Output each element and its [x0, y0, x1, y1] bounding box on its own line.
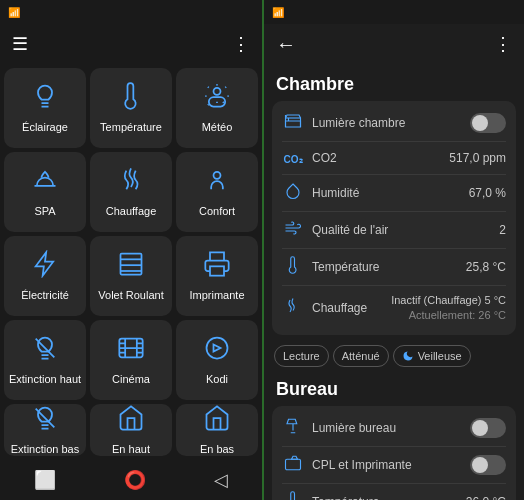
imprimante-icon [203, 250, 231, 285]
volet-label: Volet Roulant [98, 289, 163, 302]
eclairage-label: Éclairage [22, 121, 68, 134]
lumiere_chambre-toggle[interactable] [470, 113, 506, 133]
svg-point-9 [207, 337, 228, 358]
grid-item-spa[interactable]: SPA [4, 152, 86, 232]
cpl-label: CPL et Imprimante [312, 458, 462, 472]
co2-value: 517,0 ppm [449, 151, 506, 165]
kodi-icon [203, 334, 231, 369]
cinema-icon [117, 334, 145, 369]
grid-item-en_bas[interactable]: En bas [176, 404, 258, 456]
scene-btn-lecture[interactable]: Lecture [274, 345, 329, 367]
temperature-icon [117, 82, 145, 117]
back-button[interactable]: ← [276, 33, 296, 56]
bottom-nav-left: ⬜ ⭕ ◁ [0, 460, 262, 500]
row-temp_bureau: Température26,0 °C [282, 484, 506, 500]
menu-icon[interactable]: ☰ [12, 33, 28, 55]
scene-btn-veilleuse[interactable]: Veilleuse [393, 345, 471, 367]
imprimante-label: Imprimante [189, 289, 244, 302]
humidite-label: Humidité [312, 186, 461, 200]
left-panel: 📶 ☰ ⋮ Éclairage Température Météo SPA Ch… [0, 0, 262, 500]
kodi-label: Kodi [206, 373, 228, 386]
bed-icon [282, 112, 304, 134]
confort-icon [203, 166, 231, 201]
en_bas-label: En bas [200, 443, 234, 456]
grid-item-volet[interactable]: Volet Roulant [90, 236, 172, 316]
en_bas-icon [203, 404, 231, 439]
scroll-content[interactable]: ChambreLumière chambreCO₂CO2517,0 ppmHum… [264, 64, 524, 500]
spa-label: SPA [34, 205, 55, 218]
humidite-value: 67,0 % [469, 186, 506, 200]
cpl-toggle[interactable] [470, 455, 506, 475]
temp_bureau-value: 26,0 °C [466, 495, 506, 500]
grid-item-chauffage[interactable]: Chauffage [90, 152, 172, 232]
section-card-0: Lumière chambreCO₂CO2517,0 ppmHumidité67… [272, 101, 516, 335]
chauffage-label: Chauffage [106, 205, 157, 218]
co2-label: CO2 [312, 151, 441, 165]
extinction_haut-icon [31, 334, 59, 369]
grid-item-imprimante[interactable]: Imprimante [176, 236, 258, 316]
eclairage-icon [31, 82, 59, 117]
extinction_bas-icon [31, 404, 59, 439]
temp-icon [282, 491, 304, 500]
signal-icon: 📶 [8, 7, 20, 18]
spa-icon [31, 166, 59, 201]
home-nav-btn[interactable]: ⭕ [124, 469, 146, 491]
electricite-icon [31, 250, 59, 285]
grid-item-extinction_haut[interactable]: Extinction haut [4, 320, 86, 400]
right-panel: 📶 ← ⋮ ChambreLumière chambreCO₂CO2517,0 … [264, 0, 524, 500]
grid-item-confort[interactable]: Confort [176, 152, 258, 232]
top-bar-right: ← ⋮ [264, 24, 524, 64]
co2-icon: CO₂ [282, 149, 304, 167]
top-bar-left: ☰ ⋮ [0, 24, 262, 64]
more-icon-right[interactable]: ⋮ [494, 33, 512, 55]
back-nav-btn[interactable]: ◁ [214, 469, 228, 491]
more-icon-left[interactable]: ⋮ [232, 33, 250, 55]
extinction_haut-label: Extinction haut [9, 373, 81, 386]
temperature-value: 25,8 °C [466, 260, 506, 274]
row-humidite: Humidité67,0 % [282, 175, 506, 212]
svg-point-0 [214, 88, 221, 95]
en_haut-icon [117, 404, 145, 439]
row-co2: CO₂CO2517,0 ppm [282, 142, 506, 175]
qualite_air-label: Qualité de l'air [312, 223, 491, 237]
grid-item-kodi[interactable]: Kodi [176, 320, 258, 400]
svg-rect-11 [286, 459, 301, 470]
section-title-0: Chambre [272, 64, 516, 101]
air-icon [282, 219, 304, 241]
grid-item-extinction_bas[interactable]: Extinction bas [4, 404, 86, 456]
section-card-1: Lumière bureauCPL et ImprimanteTempératu… [272, 406, 516, 500]
row-lumiere_bureau[interactable]: Lumière bureau [282, 410, 506, 447]
scenes-0: LectureAtténué Veilleuse [272, 345, 516, 367]
svg-point-1 [214, 172, 221, 179]
section-title-1: Bureau [272, 369, 516, 406]
volet-icon [117, 250, 145, 285]
row-cpl[interactable]: CPL et Imprimante [282, 447, 506, 484]
temp-icon [282, 256, 304, 278]
row-lumiere_chambre[interactable]: Lumière chambre [282, 105, 506, 142]
chauffage-label: Chauffage [312, 301, 383, 315]
meteo-label: Météo [202, 121, 233, 134]
scene-btn-attenue[interactable]: Atténué [333, 345, 389, 367]
temp_bureau-label: Température [312, 495, 458, 500]
heat-icon [282, 297, 304, 319]
status-bar-left: 📶 [0, 0, 262, 24]
grid-item-electricite[interactable]: Électricité [4, 236, 86, 316]
grid-item-temperature[interactable]: Température [90, 68, 172, 148]
en_haut-label: En haut [112, 443, 150, 456]
grid-item-eclairage[interactable]: Éclairage [4, 68, 86, 148]
electricite-label: Électricité [21, 289, 69, 302]
lamp-icon [282, 417, 304, 439]
lumiere_bureau-toggle[interactable] [470, 418, 506, 438]
square-nav-btn[interactable]: ⬜ [34, 469, 56, 491]
humidity-icon [282, 182, 304, 204]
svg-rect-6 [210, 266, 224, 275]
qualite_air-value: 2 [499, 223, 506, 237]
grid-item-meteo[interactable]: Météo [176, 68, 258, 148]
cinema-label: Cinéma [112, 373, 150, 386]
cpl-icon [282, 454, 304, 476]
signal-icon-right: 📶 [272, 7, 284, 18]
lumiere_chambre-label: Lumière chambre [312, 116, 462, 130]
grid-item-en_haut[interactable]: En haut [90, 404, 172, 456]
confort-label: Confort [199, 205, 235, 218]
grid-item-cinema[interactable]: Cinéma [90, 320, 172, 400]
